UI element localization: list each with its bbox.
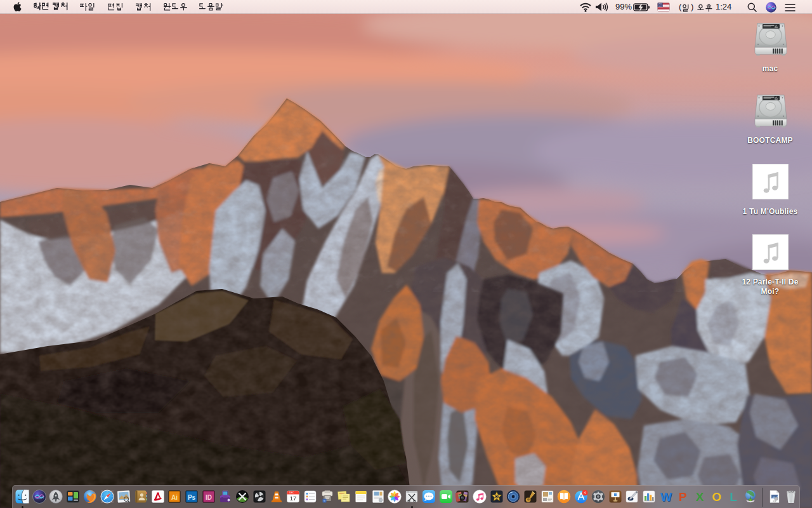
svg-text:4: 4: [584, 491, 586, 495]
svg-text:P: P: [679, 490, 687, 504]
svg-text:PDF: PDF: [773, 500, 776, 503]
svg-text:L: L: [730, 490, 738, 504]
svg-text:DEC: DEC: [289, 491, 294, 494]
svg-text:ID: ID: [206, 494, 212, 501]
svg-text:Ps: Ps: [188, 494, 196, 501]
svg-text:Ai: Ai: [171, 494, 178, 501]
svg-text:X: X: [696, 490, 704, 504]
svg-text:W: W: [660, 490, 672, 504]
svg-text:17: 17: [290, 495, 297, 502]
svg-text:O: O: [712, 490, 721, 504]
